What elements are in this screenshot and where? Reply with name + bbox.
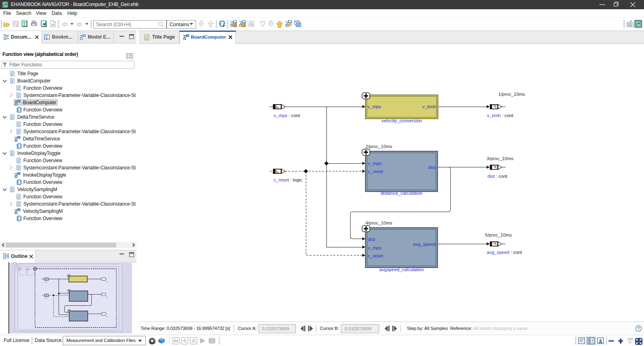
- svg-text:2/proc_10ms: 2/proc_10ms: [365, 144, 392, 149]
- svg-text:dist : cont: dist : cont: [487, 174, 508, 179]
- svg-text:3/proc_10ms: 3/proc_10ms: [487, 156, 514, 161]
- svg-text:v_mps: v_mps: [368, 161, 382, 166]
- svg-text:A: A: [243, 23, 246, 27]
- svg-text:avg_speed : cont: avg_speed : cont: [487, 250, 522, 255]
- svg-text:Search (Ctrl+H): Search (Ctrl+H): [96, 22, 131, 27]
- svg-text:?: ?: [637, 326, 640, 331]
- svg-text:dist: dist: [428, 165, 436, 170]
- svg-text:v_kmh : cont: v_kmh : cont: [487, 113, 514, 118]
- svg-text:Contains: Contains: [169, 22, 189, 27]
- svg-text:dist: dist: [368, 237, 376, 242]
- svg-text:v_kmh: v_kmh: [422, 104, 436, 109]
- svg-text:4/proc_10ms: 4/proc_10ms: [365, 220, 392, 225]
- svg-text:5/proc_10ms: 5/proc_10ms: [485, 233, 512, 237]
- svg-text:v_mps: v_mps: [368, 245, 382, 250]
- svg-text:velocity_conversion: velocity_conversion: [382, 118, 422, 123]
- svg-text:v_mps: v_mps: [367, 104, 381, 109]
- svg-text:c_reset: c_reset: [368, 253, 384, 258]
- svg-text:D: D: [234, 23, 237, 27]
- svg-text:c_reset: c_reset: [368, 169, 384, 174]
- svg-text:v_mps : cont: v_mps : cont: [274, 113, 300, 118]
- svg-text:1/proc_10ms: 1/proc_10ms: [498, 92, 525, 97]
- svg-text:avg_speed: avg_speed: [413, 242, 436, 247]
- svg-text:avgspeed_calculation: avgspeed_calculation: [379, 267, 424, 272]
- svg-text:distance_calculation: distance_calculation: [381, 191, 423, 196]
- svg-text:c_reset : logic: c_reset : logic: [274, 177, 302, 182]
